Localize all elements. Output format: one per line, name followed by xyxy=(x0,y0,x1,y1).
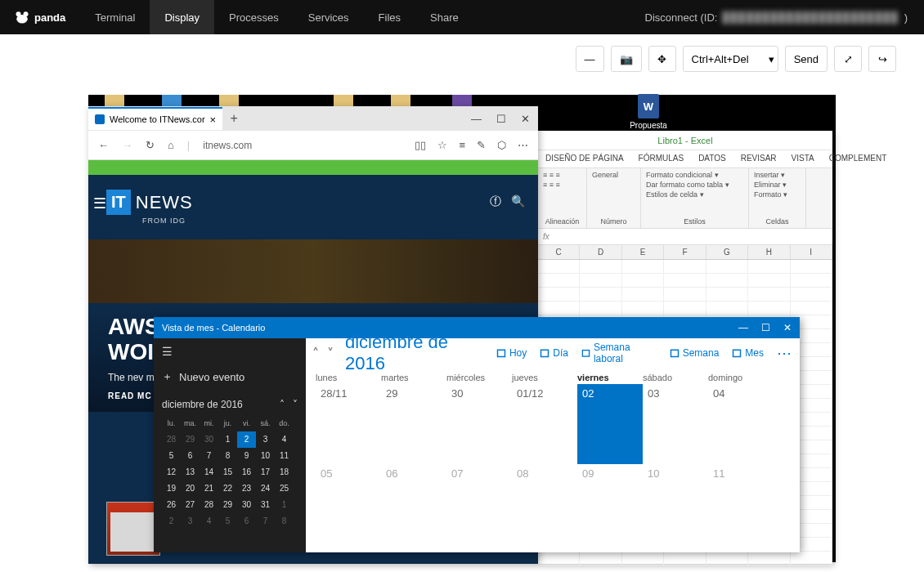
mini-day[interactable]: 31 xyxy=(256,497,275,513)
cell[interactable] xyxy=(538,302,580,315)
cell[interactable] xyxy=(706,274,748,288)
number-format-dropdown[interactable]: General xyxy=(592,171,618,179)
mini-day[interactable]: 28 xyxy=(162,431,181,448)
day-cell[interactable]: 28/11 xyxy=(316,384,381,464)
cell[interactable] xyxy=(538,260,580,274)
mini-day[interactable]: 8 xyxy=(218,448,237,464)
window-maximize-icon[interactable]: ☐ xyxy=(761,322,770,333)
cell[interactable] xyxy=(580,552,621,565)
mini-day[interactable]: 3 xyxy=(181,513,200,530)
window-close-icon[interactable]: ✕ xyxy=(521,113,530,125)
mini-day[interactable]: 27 xyxy=(181,497,200,513)
mini-day[interactable]: 11 xyxy=(275,448,294,464)
cell[interactable] xyxy=(622,288,664,302)
cell[interactable] xyxy=(791,274,832,288)
share-icon[interactable]: ⬡ xyxy=(497,139,506,151)
mini-day[interactable]: 5 xyxy=(162,448,181,464)
ribbon-item[interactable]: Formato ▾ xyxy=(754,190,787,199)
mini-day[interactable]: 4 xyxy=(200,513,218,530)
cell[interactable] xyxy=(748,552,790,565)
exit-button[interactable]: ↪ xyxy=(868,46,896,72)
mini-day[interactable]: 23 xyxy=(237,480,256,497)
formula-bar[interactable]: fx xyxy=(538,229,832,245)
day-cell[interactable]: 05 xyxy=(316,464,381,497)
ribbon-item[interactable]: Estilos de celda ▾ xyxy=(646,190,704,199)
day-cell[interactable]: 11 xyxy=(708,464,774,497)
cell[interactable] xyxy=(538,552,580,565)
ribbon-tab[interactable]: DATOS xyxy=(691,150,733,168)
mini-day[interactable]: 20 xyxy=(181,480,200,497)
mini-day[interactable]: 9 xyxy=(237,448,256,464)
cell[interactable] xyxy=(706,288,748,302)
day-cell[interactable]: 01/12 xyxy=(512,384,577,464)
prev-icon[interactable]: ˄ xyxy=(312,346,319,361)
col-header[interactable]: H xyxy=(748,245,790,259)
facebook-icon[interactable]: ⓕ xyxy=(490,194,501,209)
cell[interactable] xyxy=(622,260,664,274)
home-icon[interactable]: ⌂ xyxy=(168,139,174,151)
remote-screen[interactable]: W Propuesta desarrollo nue… Libro1 - Exc… xyxy=(88,95,836,562)
hub-icon[interactable]: ≡ xyxy=(459,139,465,151)
mini-day[interactable]: 19 xyxy=(162,480,181,497)
mini-day[interactable]: 29 xyxy=(181,431,200,448)
mini-day[interactable]: 2 xyxy=(162,513,181,530)
ribbon-item[interactable]: Formato condicional ▾ xyxy=(646,171,719,179)
search-icon[interactable]: 🔍 xyxy=(511,194,525,209)
ribbon-tab[interactable]: REVISAR xyxy=(733,150,784,168)
cell[interactable] xyxy=(791,552,832,565)
mini-day[interactable]: 26 xyxy=(162,497,181,513)
url-text[interactable]: itnews.com xyxy=(203,140,401,151)
panda-tab-display[interactable]: Display xyxy=(150,0,214,34)
mini-day[interactable]: 30 xyxy=(200,431,218,448)
ribbon-tab[interactable]: FÓRMULAS xyxy=(631,150,692,168)
reading-icon[interactable]: ▯▯ xyxy=(415,139,426,151)
mini-day[interactable]: 6 xyxy=(237,513,256,530)
panda-tab-files[interactable]: Files xyxy=(364,0,415,34)
mini-day[interactable]: 24 xyxy=(256,480,275,497)
cell[interactable] xyxy=(791,302,832,315)
screenshot-button[interactable]: 📷 xyxy=(611,46,642,72)
mini-day[interactable]: 7 xyxy=(200,448,218,464)
day-cell[interactable]: 09 xyxy=(577,464,643,497)
cell[interactable] xyxy=(580,274,621,288)
day-cell[interactable]: 06 xyxy=(381,464,446,497)
new-event-button[interactable]: ＋ Nuevo evento xyxy=(162,369,298,384)
col-header[interactable]: D xyxy=(580,245,621,259)
panda-tab-processes[interactable]: Processes xyxy=(214,0,294,34)
ribbon-item[interactable]: Dar formato como tabla ▾ xyxy=(646,181,729,189)
key-combo-select[interactable]: Ctrl+Alt+Del▾ xyxy=(683,46,778,72)
day-cell[interactable]: 07 xyxy=(446,464,512,497)
more-icon[interactable]: ⋯ xyxy=(777,344,793,362)
cell[interactable] xyxy=(748,288,790,302)
panda-tab-share[interactable]: Share xyxy=(415,0,473,34)
mini-day[interactable]: 5 xyxy=(218,513,237,530)
mini-day[interactable]: 1 xyxy=(275,497,294,513)
view-workweek[interactable]: Semana laboral xyxy=(581,342,657,364)
cell[interactable] xyxy=(622,274,664,288)
mini-day[interactable]: 18 xyxy=(275,464,294,480)
day-cell[interactable]: 10 xyxy=(643,464,708,497)
col-header[interactable]: E xyxy=(622,245,664,259)
ribbon-item[interactable]: Insertar ▾ xyxy=(754,171,785,179)
mini-day[interactable]: 8 xyxy=(275,513,294,530)
mini-day[interactable]: 1 xyxy=(218,431,237,448)
panda-tab-terminal[interactable]: Terminal xyxy=(80,0,150,34)
mini-day[interactable]: 13 xyxy=(181,464,200,480)
day-cell[interactable]: 30 xyxy=(446,384,512,464)
mini-day[interactable]: 3 xyxy=(256,431,275,448)
mini-day[interactable]: 14 xyxy=(200,464,218,480)
col-header[interactable]: C xyxy=(538,245,580,259)
mini-day[interactable]: 4 xyxy=(275,431,294,448)
browser-tab[interactable]: Welcome to ITNews.cor × xyxy=(88,107,222,130)
cell[interactable] xyxy=(748,302,790,315)
forward-icon[interactable]: → xyxy=(122,139,132,151)
view-month[interactable]: Mes xyxy=(732,347,764,359)
col-header[interactable]: G xyxy=(706,245,748,259)
send-button[interactable]: Send xyxy=(785,46,828,72)
cell[interactable] xyxy=(791,288,832,302)
mini-day[interactable]: 16 xyxy=(237,464,256,480)
cell[interactable] xyxy=(580,260,621,274)
cell[interactable] xyxy=(580,302,621,315)
day-cell[interactable]: 02 xyxy=(577,384,643,464)
cell[interactable] xyxy=(622,302,664,315)
